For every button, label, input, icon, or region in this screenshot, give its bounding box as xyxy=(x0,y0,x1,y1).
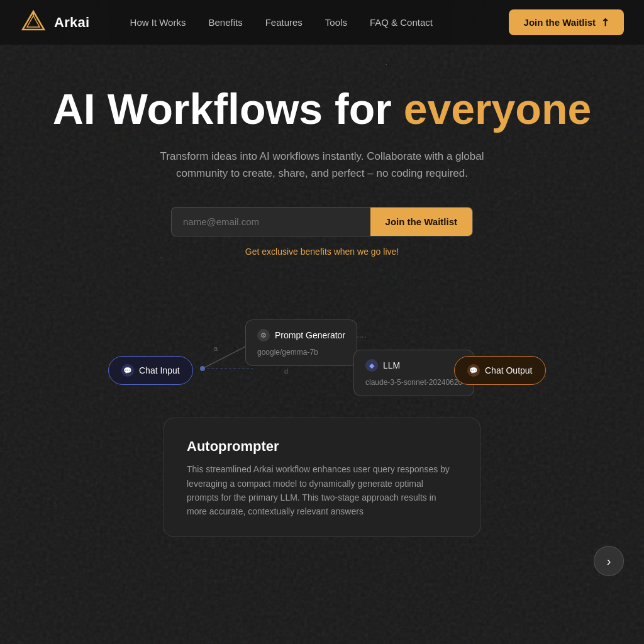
nav-join-waitlist-button[interactable]: Join the Waitlist ↗ xyxy=(509,9,624,35)
nav-link-features[interactable]: Features xyxy=(265,17,303,28)
brand-name: Arkai xyxy=(54,14,90,31)
nav-cta-label: Join the Waitlist xyxy=(524,17,596,28)
email-form: Join the Waitlist xyxy=(171,207,473,236)
workflow-diagram: a b c d 💬 Chat Input ⚙ Prompt Generator … xyxy=(0,287,644,413)
nav-link-benefits[interactable]: Benefits xyxy=(208,17,242,28)
next-icon: › xyxy=(607,554,611,569)
prompt-generator-title-row: ⚙ Prompt Generator xyxy=(257,329,345,341)
chat-output-node: 💬 Chat Output xyxy=(454,356,546,385)
hero-section: AI Workflows for everyone Transform idea… xyxy=(0,45,644,257)
nav-link-faq[interactable]: FAQ & Contact xyxy=(370,17,433,28)
chat-input-label: Chat Input xyxy=(139,365,180,375)
hero-title-plain: AI Workflows for xyxy=(53,85,404,133)
chat-input-icon: 💬 xyxy=(121,364,134,377)
nav-link-how-it-works[interactable]: How It Works xyxy=(130,17,186,28)
prompt-generator-subtitle: google/gemma-7b xyxy=(257,348,318,357)
prompt-generator-node: ⚙ Prompt Generator google/gemma-7b xyxy=(245,319,357,366)
llm-icon: ◆ xyxy=(365,359,378,372)
nav-link-tools[interactable]: Tools xyxy=(325,17,347,28)
nav-brand: Arkai How It Works Benefits Features Too… xyxy=(20,0,453,45)
card-title: Autoprompter xyxy=(187,438,457,455)
hero-title-accent: everyone xyxy=(404,85,592,133)
prompt-generator-title: Prompt Generator xyxy=(275,330,345,340)
hero-join-waitlist-button[interactable]: Join the Waitlist xyxy=(370,208,472,236)
chat-output-icon: 💬 xyxy=(467,364,480,377)
workflow-nodes-container: a b c d 💬 Chat Input ⚙ Prompt Generator … xyxy=(102,299,542,400)
card-description: This streamlined Arkai workflow enhances… xyxy=(187,462,457,519)
prompt-generator-icon: ⚙ xyxy=(257,329,270,341)
hero-subtitle: Transform ideas into AI workflows instan… xyxy=(152,148,492,182)
svg-point-6 xyxy=(200,366,205,371)
svg-text:d: d xyxy=(284,367,288,375)
next-button[interactable]: › xyxy=(594,546,624,576)
chat-input-node: 💬 Chat Input xyxy=(108,356,193,385)
chat-output-label: Chat Output xyxy=(485,365,533,375)
arkai-logo-icon xyxy=(20,9,47,36)
nav-links: How It Works Benefits Features Tools FAQ… xyxy=(110,0,453,45)
email-input[interactable] xyxy=(172,208,370,236)
llm-subtitle: claude-3-5-sonnet-20240620 xyxy=(365,378,462,387)
hero-exclusive-text: Get exclusive benefits when we go live! xyxy=(0,247,644,257)
workflow-card-section: Autoprompter This streamlined Arkai work… xyxy=(0,418,644,537)
navbar: Arkai How It Works Benefits Features Too… xyxy=(0,0,644,45)
hero-title: AI Workflows for everyone xyxy=(0,86,644,133)
svg-text:a: a xyxy=(214,345,218,352)
nav-cta-arrow-icon: ↗ xyxy=(597,15,612,30)
llm-title-row: ◆ LLM xyxy=(365,359,400,372)
workflow-card: Autoprompter This streamlined Arkai work… xyxy=(164,418,480,537)
llm-title: LLM xyxy=(383,360,400,370)
